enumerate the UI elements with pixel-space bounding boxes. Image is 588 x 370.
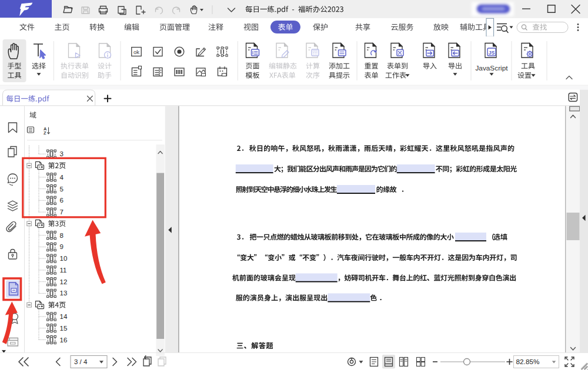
- svg-text:10: 10: [60, 255, 68, 262]
- svg-text:5: 5: [60, 186, 64, 193]
- svg-text:7: 7: [60, 208, 64, 216]
- svg-text:ok: ok: [133, 49, 139, 55]
- svg-text:82.85%: 82.85%: [516, 358, 540, 366]
- svg-text:3 / 4: 3 / 4: [74, 358, 88, 365]
- svg-text:11: 11: [60, 267, 67, 274]
- svg-text:12: 12: [60, 278, 68, 285]
- svg-text:4: 4: [60, 174, 64, 181]
- svg-text:13: 13: [60, 290, 68, 297]
- svg-text:6: 6: [60, 197, 64, 204]
- svg-text:9: 9: [60, 243, 64, 250]
- svg-text:3: 3: [60, 150, 64, 157]
- svg-text:16: 16: [60, 337, 68, 344]
- svg-text:JS: JS: [489, 50, 495, 56]
- svg-text:JavaScript: JavaScript: [475, 64, 508, 72]
- svg-text:14: 14: [60, 313, 68, 320]
- svg-text:8: 8: [60, 232, 64, 239]
- svg-text:15: 15: [60, 325, 68, 332]
- svg-text:Z: Z: [44, 130, 46, 136]
